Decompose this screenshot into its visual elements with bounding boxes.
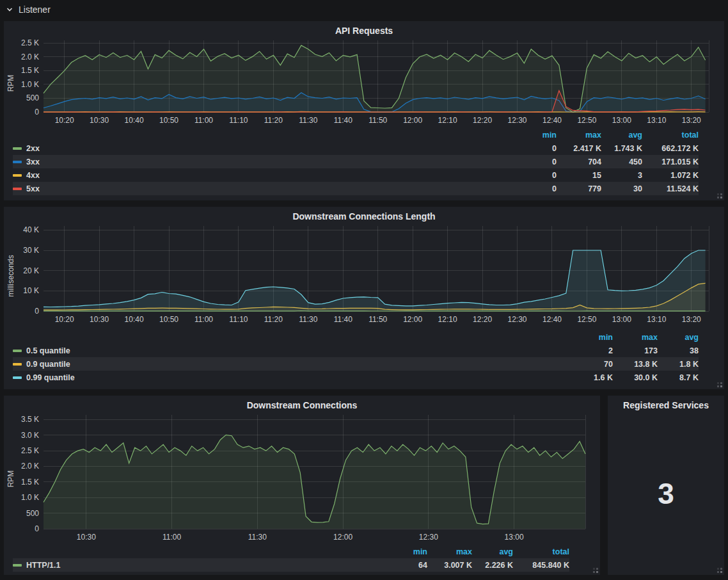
legend-value-min: 0	[512, 184, 557, 193]
legend-row-5xx[interactable]: 5xx07793011.524 K	[13, 182, 699, 195]
x-tick-label: 11:30	[248, 533, 267, 542]
x-tick-label: 11:10	[229, 116, 248, 125]
legend-value-max: 3.007 K	[427, 561, 472, 570]
row-header-listener[interactable]: Listener	[0, 0, 728, 19]
y-tick-label: 2.0 K	[21, 462, 39, 471]
x-tick-label: 11:40	[334, 315, 352, 324]
panel-registered-services: Registered Services 3	[608, 396, 724, 575]
legend-value-min: 70	[568, 360, 613, 369]
x-tick-label: 13:00	[612, 116, 631, 125]
legend-row-0.5 quantile[interactable]: 0.5 quantile217338	[13, 344, 699, 357]
legend-column-header-avg[interactable]: avg	[601, 131, 642, 140]
x-tick-label: 13:00	[505, 533, 524, 542]
downstream-connections-chart[interactable]: 05001.0 K1.5 K2.0 K2.5 K3.0 K3.5 K10:301…	[15, 412, 599, 545]
x-tick-label: 13:00	[612, 315, 631, 324]
x-tick-label: 12:40	[542, 116, 562, 125]
legend-value-total: 1.072 K	[642, 171, 699, 180]
legend-swatch	[13, 147, 22, 150]
legend-swatch	[13, 161, 22, 163]
y-tick-label: 30 K	[23, 246, 39, 255]
legend-value-min: 0	[512, 144, 557, 153]
legend-column-header-avg[interactable]: avg	[658, 333, 699, 342]
panel-resize-handle[interactable]	[716, 567, 723, 574]
y-tick-label: 500	[26, 93, 39, 102]
downstream-connections-length-chart[interactable]: 010 K20 K30 K40 K10:2010:3010:4010:5011:…	[15, 223, 723, 328]
y-tick-label: 1.0 K	[21, 493, 39, 502]
legend-row-4xx[interactable]: 4xx01531.072 K	[13, 168, 699, 182]
panel-title[interactable]: Registered Services	[608, 398, 724, 412]
y-tick-label: 40 K	[23, 225, 39, 234]
x-tick-label: 12:40	[542, 315, 562, 324]
legend-value-total: 845.840 K	[513, 561, 569, 570]
legend-row-0.99 quantile[interactable]: 0.99 quantile1.6 K30.0 K8.7 K	[13, 371, 699, 384]
x-tick-label: 12:30	[508, 116, 527, 125]
legend-column-header-total[interactable]: total	[513, 547, 569, 556]
legend-row-HTTP/1.1[interactable]: HTTP/1.1643.007 K2.226 K845.840 K	[13, 558, 569, 572]
panel-title[interactable]: Downstream Connections	[4, 398, 600, 412]
legend-series-2xx[interactable]: 2xx	[13, 144, 512, 153]
legend-series-0.9 quantile[interactable]: 0.9 quantile	[13, 360, 568, 369]
panel-title[interactable]: API Requests	[4, 24, 724, 38]
legend-value-total: 11.524 K	[642, 184, 699, 193]
x-tick-label: 12:30	[508, 315, 527, 324]
x-tick-label: 10:40	[125, 315, 144, 324]
x-tick-label: 13:20	[682, 315, 701, 324]
legend-column-header-max[interactable]: max	[613, 333, 658, 342]
chart-region: RPM 05001.0 K1.5 K2.0 K2.5 K10:2010:3010…	[6, 38, 724, 129]
x-tick-label: 12:20	[473, 315, 492, 324]
y-tick-label: 10 K	[23, 286, 39, 295]
x-tick-label: 13:20	[682, 116, 701, 125]
x-tick-label: 12:30	[419, 533, 438, 542]
legend-series-3xx[interactable]: 3xx	[13, 157, 512, 166]
legend-series-HTTP/1.1[interactable]: HTTP/1.1	[13, 561, 383, 570]
legend-value-max: 704	[557, 157, 601, 166]
legend-downstream-connections-length: minmaxavg0.5 quantile2173380.9 quantile7…	[4, 331, 724, 384]
panel-resize-handle[interactable]	[716, 382, 723, 388]
x-tick-label: 12:50	[577, 315, 596, 324]
x-tick-label: 11:20	[264, 315, 283, 324]
x-tick-label: 12:00	[333, 533, 352, 542]
legend-value-min: 0	[512, 157, 557, 166]
legend-series-4xx[interactable]: 4xx	[13, 171, 512, 180]
legend-value-max: 30.0 K	[613, 373, 658, 382]
api-requests-chart[interactable]: 05001.0 K1.5 K2.0 K2.5 K10:2010:3010:401…	[15, 38, 723, 129]
legend-swatch	[13, 188, 22, 190]
panel-title[interactable]: Downstream Connections Length	[4, 209, 724, 223]
x-tick-label: 11:30	[299, 315, 317, 324]
panel-downstream-connections: Downstream Connections RPM 05001.0 K1.5 …	[4, 396, 600, 575]
legend-row-0.9 quantile[interactable]: 0.9 quantile7013.8 K1.8 K	[13, 357, 699, 371]
x-tick-label: 11:20	[264, 116, 283, 125]
legend-series-0.5 quantile[interactable]: 0.5 quantile	[13, 346, 568, 355]
x-tick-label: 12:00	[403, 315, 422, 324]
legend-series-0.99 quantile[interactable]: 0.99 quantile	[13, 373, 568, 382]
x-tick-label: 12:10	[438, 116, 457, 125]
legend-column-header-min[interactable]: min	[568, 333, 613, 342]
legend-value-max: 13.8 K	[613, 360, 658, 369]
y-tick-label: 3.0 K	[21, 431, 39, 440]
legend-downstream-connections: minmaxavgtotalHTTP/1.1643.007 K2.226 K84…	[4, 545, 600, 572]
legend-row-2xx[interactable]: 2xx02.417 K1.743 K662.172 K	[13, 141, 699, 155]
panel-downstream-connections-length: Downstream Connections Length millisecon…	[4, 207, 724, 389]
panel-resize-handle[interactable]	[716, 193, 723, 199]
y-tick-label: 2.0 K	[21, 52, 39, 61]
legend-column-header-min[interactable]: min	[383, 547, 427, 556]
legend-value-min: 2	[568, 346, 613, 355]
chart-region: RPM 05001.0 K1.5 K2.0 K2.5 K3.0 K3.5 K10…	[6, 412, 600, 545]
x-tick-label: 10:50	[159, 315, 178, 324]
legend-column-header-total[interactable]: total	[642, 131, 699, 140]
panel-resize-handle[interactable]	[592, 567, 599, 574]
legend-value-total: 662.172 K	[642, 144, 699, 153]
legend-column-header-min[interactable]: min	[512, 131, 557, 140]
legend-column-header-max[interactable]: max	[427, 547, 472, 556]
legend-value-avg: 2.226 K	[472, 561, 513, 570]
chart-region: milliseconds 010 K20 K30 K40 K10:2010:30…	[6, 223, 724, 328]
chevron-down-icon	[6, 6, 13, 13]
y-tick-label: 2.5 K	[21, 38, 39, 47]
legend-row-3xx[interactable]: 3xx0704450171.015 K	[13, 155, 699, 168]
legend-column-header-avg[interactable]: avg	[472, 547, 513, 556]
legend-column-header-max[interactable]: max	[557, 131, 601, 140]
legend-value-avg: 450	[601, 157, 642, 166]
x-tick-label: 10:30	[90, 116, 109, 125]
x-tick-label: 12:10	[438, 315, 457, 324]
legend-series-5xx[interactable]: 5xx	[13, 184, 512, 193]
